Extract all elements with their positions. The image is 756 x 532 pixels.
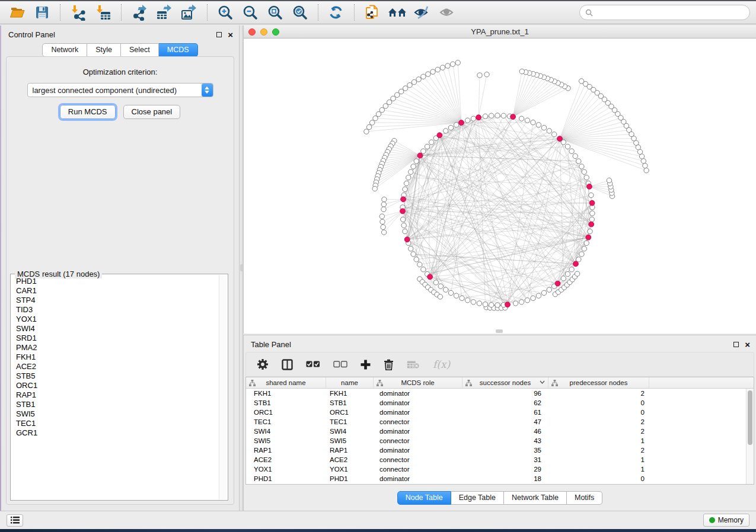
cell: YOX1 <box>326 466 374 473</box>
mcds-result-scrollbar[interactable] <box>219 275 227 499</box>
tab-network[interactable]: Network <box>42 43 87 57</box>
hide-selected-button[interactable] <box>411 2 433 23</box>
cell: 0 <box>548 399 649 406</box>
splitter-grip <box>240 264 243 271</box>
network-window-titlebar[interactable]: YPA_prune.txt_1 <box>244 25 756 39</box>
table-row[interactable]: YOX1YOX1connector291 <box>246 464 746 474</box>
mcds-result-item[interactable]: RAP1 <box>13 390 218 400</box>
export-table-button[interactable] <box>153 2 176 23</box>
create-column-button[interactable] <box>361 360 371 370</box>
table-scrollbar[interactable] <box>746 389 754 484</box>
mcds-result-item[interactable]: TID3 <box>13 305 218 315</box>
select-all-button[interactable] <box>306 361 320 368</box>
main-toolbar <box>0 0 756 24</box>
mcds-result-item[interactable]: ACE2 <box>13 362 218 371</box>
mcds-result-item[interactable]: SWI5 <box>13 409 218 419</box>
export-network-button[interactable] <box>128 2 151 23</box>
search-input[interactable] <box>596 8 744 17</box>
float-table-panel-icon[interactable] <box>733 342 739 347</box>
zoom-out-button[interactable] <box>239 2 261 23</box>
table-row[interactable]: ORC1ORC1dominator610 <box>246 408 746 417</box>
open-file-button[interactable] <box>6 2 28 23</box>
mcds-result-item[interactable]: FKH1 <box>13 352 218 362</box>
import-table-button[interactable] <box>92 2 114 23</box>
cell: 0 <box>548 409 649 416</box>
zoom-in-button[interactable] <box>214 2 237 23</box>
table-row[interactable]: TEC1TEC1connector472 <box>246 417 746 427</box>
table-row[interactable]: STB1STB1dominator620 <box>246 398 746 408</box>
column-header-name[interactable]: name <box>326 377 374 388</box>
tab-network-table[interactable]: Network Table <box>504 491 567 505</box>
mcds-result-item[interactable]: STB5 <box>13 371 218 381</box>
import-network-button[interactable] <box>67 2 90 23</box>
tab-node-table[interactable]: Node Table <box>397 491 451 505</box>
cell: SWI4 <box>326 428 374 435</box>
mcds-result-item[interactable]: SWI4 <box>13 324 218 334</box>
maximize-window-icon[interactable] <box>272 28 279 36</box>
import-network-icon <box>70 4 87 21</box>
tab-style[interactable]: Style <box>87 43 121 57</box>
column-header-successor-nodes[interactable]: successor nodes <box>462 377 548 388</box>
mcds-result-item[interactable]: PMA2 <box>13 343 218 352</box>
cell: 18 <box>462 475 548 482</box>
mcds-result-group: MCDS result (17 nodes) PHD1CAR1STP4TID3Y… <box>10 274 228 501</box>
mcds-result-item[interactable]: SRD1 <box>13 334 218 343</box>
vertical-splitter[interactable] <box>239 25 243 511</box>
close-panel-button[interactable]: Close panel <box>123 105 181 119</box>
float-window-icon[interactable] <box>216 32 222 37</box>
mcds-result-list[interactable]: PHD1CAR1STP4TID3YOX1SWI4SRD1PMA2FKH1ACE2… <box>13 277 218 498</box>
memory-button[interactable]: Memory <box>703 514 749 527</box>
table-settings-button[interactable] <box>257 358 269 370</box>
delete-table-icon <box>407 360 420 369</box>
mcds-result-item[interactable]: TEC1 <box>13 419 218 428</box>
mcds-result-item[interactable]: CAR1 <box>13 286 218 296</box>
horizontal-splitter-grip[interactable] <box>496 329 503 333</box>
table-row[interactable]: ACE2ACE2connector311 <box>246 455 746 464</box>
task-history-button[interactable] <box>7 514 23 527</box>
deselect-all-button[interactable] <box>333 361 347 368</box>
column-header-shared-name[interactable]: shared name <box>246 377 326 388</box>
table-row[interactable]: PHD1PHD1dominator180 <box>246 474 746 483</box>
cell: YOX1 <box>246 466 326 473</box>
table-row[interactable]: FKH1FKH1dominator962 <box>246 389 746 398</box>
zoom-fit-button[interactable] <box>264 2 286 23</box>
tab-select[interactable]: Select <box>121 43 159 57</box>
show-all-button[interactable] <box>436 2 458 23</box>
scrollbar-thumb[interactable] <box>748 390 752 445</box>
tab-mcds[interactable]: MCDS <box>159 43 198 57</box>
export-image-button[interactable] <box>178 2 200 23</box>
eye-icon <box>438 5 456 20</box>
mcds-result-item[interactable]: PHD1 <box>13 277 218 286</box>
network-canvas[interactable] <box>244 39 756 333</box>
tab-edge-table[interactable]: Edge Table <box>451 491 504 505</box>
column-header-filler <box>649 377 754 388</box>
refresh-button[interactable] <box>325 2 347 23</box>
list-icon <box>11 517 20 524</box>
show-columns-button[interactable] <box>282 359 293 370</box>
mcds-result-item[interactable]: STB1 <box>13 400 218 409</box>
mcds-result-item[interactable]: YOX1 <box>13 315 218 324</box>
table-row[interactable]: SWI5SWI5connector431 <box>246 436 746 446</box>
tab-motifs[interactable]: Motifs <box>567 491 602 505</box>
mcds-result-item[interactable]: GCR1 <box>13 428 218 438</box>
run-mcds-button[interactable]: Run MCDS <box>60 105 116 119</box>
cell: TEC1 <box>246 418 326 425</box>
save-session-button[interactable] <box>31 2 53 23</box>
clone-network-button[interactable] <box>361 2 384 23</box>
close-panel-icon[interactable]: × <box>228 32 233 37</box>
column-header-predecessor-nodes[interactable]: predecessor nodes <box>548 377 649 388</box>
table-row[interactable]: SWI4SWI4dominator462 <box>246 427 746 436</box>
mcds-result-item[interactable]: STP4 <box>13 296 218 305</box>
table-row[interactable]: RAP1RAP1dominator352 <box>246 446 746 455</box>
minimize-window-icon[interactable] <box>260 28 267 36</box>
close-window-icon[interactable] <box>248 28 256 36</box>
first-neighbors-button[interactable] <box>386 2 409 23</box>
delete-column-button[interactable] <box>384 359 394 370</box>
cell: ORC1 <box>246 409 326 416</box>
column-header-MCDS-role[interactable]: MCDS role <box>374 377 462 388</box>
mcds-result-item[interactable]: ORC1 <box>13 381 218 390</box>
search-field[interactable] <box>579 5 750 20</box>
optimization-criterion-select[interactable]: largest connected component (undirected) <box>27 83 213 97</box>
zoom-selected-button[interactable] <box>289 2 311 23</box>
close-table-panel-icon[interactable]: × <box>745 342 750 347</box>
